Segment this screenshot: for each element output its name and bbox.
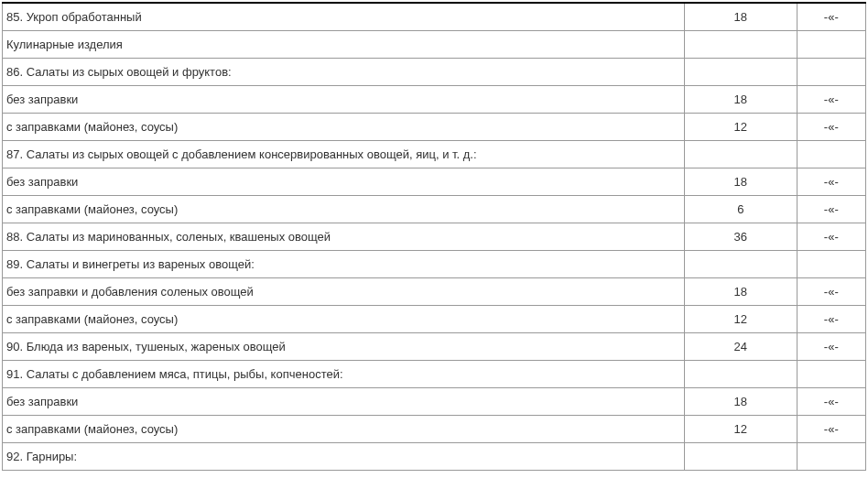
cell-hours: 12 xyxy=(684,114,797,141)
table-row: с заправками (майонез, соусы)6-«- xyxy=(3,196,866,223)
table-row: с заправками (майонез, соусы)12-«- xyxy=(3,306,866,333)
cell-mark xyxy=(797,59,865,86)
cell-hours: 24 xyxy=(684,333,797,361)
cell-name: 85. Укроп обработанный xyxy=(3,3,685,31)
table-row: 87. Салаты из сырых овощей с добавлением… xyxy=(3,141,866,168)
table-body: 85. Укроп обработанный18-«-Кулинарные из… xyxy=(3,3,866,471)
table-row: с заправками (майонез, соусы)12-«- xyxy=(3,416,866,443)
cell-name: 88. Салаты из маринованных, соленых, ква… xyxy=(3,223,685,251)
food-shelf-life-table: 85. Укроп обработанный18-«-Кулинарные из… xyxy=(2,2,866,471)
cell-mark: -«- xyxy=(797,333,865,361)
table-row: без заправки и добавления соленых овощей… xyxy=(3,278,866,306)
table-row: без заправки18-«- xyxy=(3,168,866,196)
cell-hours xyxy=(684,59,797,86)
cell-mark: -«- xyxy=(797,223,865,251)
cell-name: Кулинарные изделия xyxy=(3,31,685,59)
cell-mark xyxy=(797,31,865,59)
cell-name: без заправки xyxy=(3,168,685,196)
cell-hours: 12 xyxy=(684,306,797,333)
cell-mark: -«- xyxy=(797,196,865,223)
table-row: 88. Салаты из маринованных, соленых, ква… xyxy=(3,223,866,251)
cell-mark xyxy=(797,251,865,278)
cell-mark: -«- xyxy=(797,388,865,416)
cell-hours: 18 xyxy=(684,168,797,196)
table-row: 91. Салаты с добавлением мяса, птицы, ры… xyxy=(3,361,866,388)
cell-name: 86. Салаты из сырых овощей и фруктов: xyxy=(3,59,685,86)
table-row: с заправками (майонез, соусы)12-«- xyxy=(3,114,866,141)
table-row: без заправки18-«- xyxy=(3,86,866,114)
table-row: Кулинарные изделия xyxy=(3,31,866,59)
cell-hours: 12 xyxy=(684,416,797,443)
cell-name: с заправками (майонез, соусы) xyxy=(3,306,685,333)
cell-hours: 18 xyxy=(684,278,797,306)
cell-name: 91. Салаты с добавлением мяса, птицы, ры… xyxy=(3,361,685,388)
cell-name: с заправками (майонез, соусы) xyxy=(3,114,685,141)
cell-hours: 18 xyxy=(684,86,797,114)
cell-mark: -«- xyxy=(797,86,865,114)
cell-mark: -«- xyxy=(797,168,865,196)
cell-hours xyxy=(684,251,797,278)
cell-hours: 36 xyxy=(684,223,797,251)
cell-hours xyxy=(684,361,797,388)
table-row: 92. Гарниры: xyxy=(3,443,866,471)
cell-mark: -«- xyxy=(797,416,865,443)
cell-name: 92. Гарниры: xyxy=(3,443,685,471)
cell-name: без заправки xyxy=(3,86,685,114)
table-row: 85. Укроп обработанный18-«- xyxy=(3,3,866,31)
cell-mark xyxy=(797,361,865,388)
cell-name: 87. Салаты из сырых овощей с добавлением… xyxy=(3,141,685,168)
cell-hours xyxy=(684,141,797,168)
cell-hours xyxy=(684,31,797,59)
table-row: 89. Салаты и винегреты из вареных овощей… xyxy=(3,251,866,278)
cell-name: с заправками (майонез, соусы) xyxy=(3,416,685,443)
cell-name: 90. Блюда из вареных, тушеных, жареных о… xyxy=(3,333,685,361)
cell-mark: -«- xyxy=(797,114,865,141)
cell-hours: 18 xyxy=(684,3,797,31)
cell-hours: 18 xyxy=(684,388,797,416)
table-row: 90. Блюда из вареных, тушеных, жареных о… xyxy=(3,333,866,361)
cell-name: с заправками (майонез, соусы) xyxy=(3,196,685,223)
cell-hours: 6 xyxy=(684,196,797,223)
table-row: без заправки18-«- xyxy=(3,388,866,416)
cell-name: без заправки xyxy=(3,388,685,416)
cell-hours xyxy=(684,443,797,471)
cell-mark xyxy=(797,141,865,168)
cell-mark: -«- xyxy=(797,278,865,306)
cell-mark: -«- xyxy=(797,3,865,31)
cell-mark: -«- xyxy=(797,306,865,333)
cell-name: без заправки и добавления соленых овощей xyxy=(3,278,685,306)
cell-name: 89. Салаты и винегреты из вареных овощей… xyxy=(3,251,685,278)
cell-mark xyxy=(797,443,865,471)
table-row: 86. Салаты из сырых овощей и фруктов: xyxy=(3,59,866,86)
